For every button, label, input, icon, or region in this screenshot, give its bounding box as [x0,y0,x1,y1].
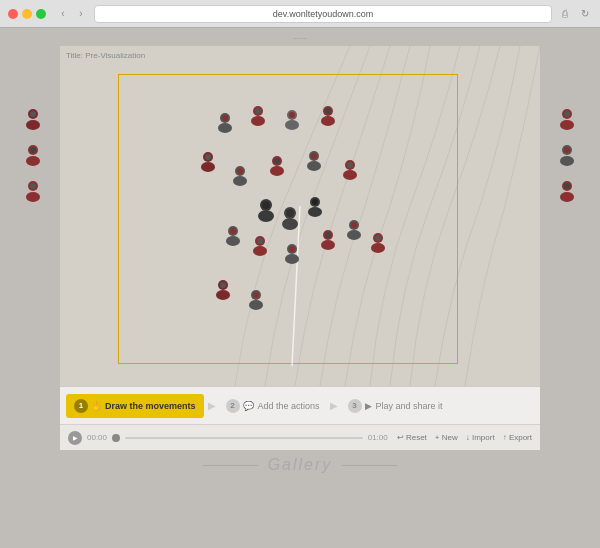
player-7 [267,154,287,180]
svg-point-71 [564,111,570,117]
svg-point-29 [274,158,280,164]
svg-point-35 [347,162,353,168]
player-1 [215,111,235,137]
step-1-button[interactable]: 1 ✋ Draw the movements [66,394,204,418]
gallery-line-right [342,465,397,466]
traffic-lights [8,9,46,19]
url-bar[interactable]: dev.wonltetyoudown.com [94,5,552,23]
gallery-section: Gallery [203,456,398,474]
svg-point-23 [205,154,211,160]
svg-point-73 [560,156,574,166]
step-arrow-1: ▶ [208,400,216,411]
player-17 [246,288,266,314]
svg-point-46 [226,236,240,246]
player-15 [368,231,388,257]
right-player-1 [556,106,578,134]
svg-point-56 [325,232,331,238]
svg-point-74 [564,147,570,153]
svg-point-5 [30,147,36,153]
svg-point-40 [282,218,298,230]
svg-point-10 [218,123,232,133]
svg-point-8 [30,183,36,189]
browser-chrome: ‹ › dev.wonltetyoudown.com ⎙ ↻ [0,0,600,28]
svg-point-52 [285,254,299,264]
timeline-track[interactable] [125,437,363,439]
time-start: 00:00 [87,433,107,442]
svg-point-34 [343,170,357,180]
player-2 [248,104,268,130]
svg-point-55 [321,240,335,250]
svg-point-25 [233,176,247,186]
timeline-handle[interactable] [112,434,120,442]
svg-point-43 [308,207,322,217]
svg-point-64 [216,290,230,300]
step-1-icon: ✋ [91,401,102,411]
step-3-icon: ▶ [365,401,372,411]
share-icon[interactable]: ⎙ [558,7,572,21]
svg-point-65 [220,282,226,288]
svg-point-13 [251,116,265,126]
player-cluster-3 [304,194,326,222]
main-canvas[interactable]: Title: Pre-Visualization [60,46,540,386]
gallery-label: Gallery [268,456,333,474]
main-content: — [0,28,600,548]
step-1-num: 1 [74,399,88,413]
right-player-3 [556,178,578,206]
svg-point-26 [237,168,243,174]
svg-point-70 [560,120,574,130]
left-side-players [22,106,44,206]
svg-point-37 [258,210,274,222]
svg-point-58 [347,230,361,240]
url-text: dev.wonltetyoudown.com [273,9,373,19]
browser-actions: ⎙ ↻ [558,7,592,21]
play-button[interactable]: ▶ [68,431,82,445]
refresh-icon[interactable]: ↻ [578,7,592,21]
svg-point-47 [230,228,236,234]
player-12 [282,242,302,268]
forward-button[interactable]: › [74,7,88,21]
back-button[interactable]: ‹ [56,7,70,21]
maximize-button[interactable] [36,9,46,19]
timeline-actions: ↩ Reset + New ↓ Import ↑ Export [397,433,532,442]
svg-point-2 [30,111,36,117]
svg-point-61 [371,243,385,253]
left-player-1 [22,106,44,134]
player-6 [230,164,250,190]
export-button[interactable]: ↑ Export [503,433,532,442]
player-cluster-2 [278,204,302,234]
svg-point-44 [312,199,318,205]
svg-point-19 [321,116,335,126]
svg-point-17 [289,112,295,118]
player-14 [344,218,364,244]
svg-point-76 [560,192,574,202]
svg-point-68 [253,292,259,298]
svg-point-14 [255,108,261,114]
reset-button[interactable]: ↩ Reset [397,433,427,442]
step-1-label: Draw the movements [105,401,196,411]
player-9 [340,158,360,184]
step-2-button[interactable]: 2 💬 Add the actions [220,394,326,418]
steps-toolbar: 1 ✋ Draw the movements ▶ 2 💬 Add the act… [60,386,540,424]
svg-point-67 [249,300,263,310]
step-arrow-2: ▶ [330,400,338,411]
svg-point-49 [253,246,267,256]
step-2-num: 2 [226,399,240,413]
step-3-num: 3 [348,399,362,413]
svg-point-7 [26,192,40,202]
svg-point-31 [307,161,321,171]
time-end: 01:00 [368,433,388,442]
right-player-2 [556,142,578,170]
minimize-button[interactable] [22,9,32,19]
gallery-line-left [203,465,258,466]
import-button[interactable]: ↓ Import [466,433,495,442]
player-cluster-1 [254,196,278,226]
new-button[interactable]: + New [435,433,458,442]
player-11 [250,234,270,260]
player-13 [318,228,338,254]
step-3-button[interactable]: 3 ▶ Play and share it [342,394,449,418]
left-player-2 [22,142,44,170]
left-player-3 [22,178,44,206]
play-icon: ▶ [73,434,78,441]
player-5 [198,150,218,176]
close-button[interactable] [8,9,18,19]
